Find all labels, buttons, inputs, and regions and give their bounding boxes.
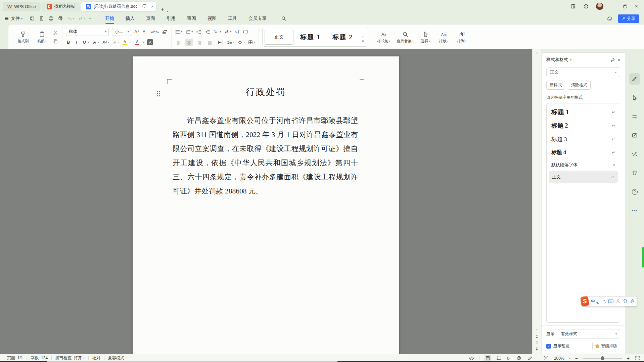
tab-tools[interactable]: 工具 <box>222 13 243 24</box>
display-style-select[interactable]: 有效样式 ▾ <box>558 329 620 338</box>
highlight-chevron-icon[interactable]: ▾ <box>130 41 132 44</box>
typeset-button[interactable]: A 排版▾ <box>435 27 452 47</box>
style-set-button[interactable]: A 样式集▾ <box>374 27 393 47</box>
highlight-color-button[interactable]: A <box>122 40 127 45</box>
skin-shirt-icon[interactable] <box>629 167 640 179</box>
zoom-slider[interactable] <box>583 358 622 359</box>
export-icon[interactable] <box>39 16 44 21</box>
borders-icon[interactable] <box>248 40 253 45</box>
proofread-button[interactable]: 校对 <box>89 355 104 361</box>
ime-skin-icon[interactable] <box>623 299 628 304</box>
pinyin-guide-button[interactable]: wén▾ <box>151 30 159 34</box>
bullet-list-chevron-icon[interactable]: ▾ <box>181 30 182 33</box>
font-name-select[interactable]: 楷体▾ <box>66 28 109 36</box>
cjk-layout-chevron-icon[interactable]: ▾ <box>230 30 231 33</box>
document-body[interactable]: 许昌鑫泰置业有限公司位于河南省许昌市鄢陵县鄢望路西侧 311 国道南侧，2022… <box>173 114 358 198</box>
sort-icon[interactable]: A <box>234 29 240 35</box>
redo-chevron-icon[interactable]: ▾ <box>84 17 85 20</box>
new-style-button[interactable]: 新样式 <box>546 81 565 90</box>
text-effect-button[interactable]: A <box>112 40 117 45</box>
word-count[interactable]: 字数: 134 <box>27 355 51 361</box>
style-item-body-selected[interactable]: 正文↵ <box>549 171 618 183</box>
ime-account-icon[interactable] <box>616 299 620 304</box>
cloud-sync-icon[interactable] <box>606 16 613 21</box>
pin-icon[interactable] <box>610 57 615 62</box>
font-color-button[interactable]: A <box>135 40 140 45</box>
device-sync-icon[interactable] <box>570 4 576 9</box>
tab-wps-home[interactable]: W WPS Office <box>3 2 41 11</box>
cut-icon[interactable] <box>53 30 58 36</box>
line-spacing-chevron-icon[interactable]: ▾ <box>233 41 234 44</box>
document-title[interactable]: 行政处罚 <box>133 86 399 98</box>
gallery-down-icon[interactable]: ▾ <box>362 36 364 39</box>
new-tab-button[interactable]: + <box>161 6 164 13</box>
paragraph-drag-handle-icon[interactable] <box>157 91 160 97</box>
copy-icon[interactable] <box>53 39 58 44</box>
magic-wand-icon[interactable] <box>629 148 640 160</box>
main-menu-icon[interactable] <box>5 17 8 20</box>
file-menu[interactable]: 文件 <box>11 15 20 21</box>
style-item-heading3[interactable]: 标题 3↵ <box>548 132 618 146</box>
scroll-down-icon[interactable]: ▾ <box>536 329 538 331</box>
compat-mode-indicator[interactable]: 兼容模式 <box>104 355 128 361</box>
find-replace-button[interactable]: 查找替换▾ <box>395 27 416 47</box>
format-painter-button[interactable]: 格式刷 <box>14 27 32 47</box>
strikethrough-chevron-icon[interactable]: ▾ <box>98 41 99 44</box>
paste-chevron-icon[interactable]: ▾ <box>45 40 47 43</box>
clear-format-icon[interactable] <box>162 29 168 35</box>
help-icon[interactable]: ? <box>629 186 640 197</box>
minimize-button[interactable]: — <box>611 4 615 9</box>
page-view-icon[interactable] <box>485 355 491 361</box>
shading-chevron-icon[interactable]: ▾ <box>243 41 245 44</box>
select-browse-object-icon[interactable]: □ <box>536 341 538 344</box>
superscript-chevron-icon[interactable]: ▾ <box>108 41 109 44</box>
panel-close-icon[interactable]: × <box>617 57 620 63</box>
arrange-button[interactable]: 排列▾ <box>454 27 470 47</box>
document-canvas[interactable]: 行政处罚 许昌鑫泰置业有限公司位于河南省许昌市鄢陵县鄢望路西侧 311 国道南侧… <box>0 49 532 354</box>
style-item-heading4[interactable]: 标题 4↵ <box>548 146 618 159</box>
monitor-icon[interactable] <box>142 4 147 9</box>
file-menu-chevron-icon[interactable]: ▾ <box>21 17 22 20</box>
3d-features-icon[interactable] <box>583 4 589 9</box>
tab-page[interactable]: 页面 <box>140 13 161 24</box>
play-view-icon[interactable]: ▷ <box>507 355 511 361</box>
clear-format-button[interactable]: 清除格式 <box>568 81 591 90</box>
tab-insert[interactable]: 插入 <box>120 13 140 24</box>
font-color-chevron-icon[interactable]: ▾ <box>143 41 144 44</box>
font-size-select[interactable]: 小二▾ <box>112 28 131 36</box>
align-left-button[interactable] <box>175 39 182 46</box>
show-preview-checkbox[interactable]: ✓ <box>546 344 551 349</box>
ime-punctuation[interactable]: °, <box>603 300 606 303</box>
tab-list-chevron-icon[interactable]: ▾ <box>167 10 168 13</box>
web-view-icon[interactable] <box>516 355 522 361</box>
more-options-icon[interactable]: ••• <box>629 205 640 216</box>
undo-icon[interactable] <box>67 16 72 21</box>
ime-keyboard-icon[interactable] <box>608 299 613 303</box>
numbered-list-icon[interactable]: 123 <box>185 29 191 35</box>
justify-button[interactable] <box>206 39 214 46</box>
outline-view-icon[interactable] <box>496 355 502 361</box>
gallery-up-icon[interactable]: ▴ <box>362 32 364 35</box>
tab-home[interactable]: 开始 <box>99 13 120 24</box>
save-icon[interactable] <box>30 16 35 21</box>
text-direction-icon[interactable]: A <box>213 29 219 35</box>
superscript-button[interactable]: X² <box>102 40 107 45</box>
edit-pen-icon[interactable] <box>629 73 640 85</box>
document-page[interactable]: 行政处罚 许昌鑫泰置业有限公司位于河南省许昌市鄢陵县鄢望路西侧 311 国道南侧… <box>133 56 399 354</box>
cjk-layout-icon[interactable] <box>224 29 229 35</box>
align-right-button[interactable] <box>196 39 203 46</box>
search-icon[interactable] <box>281 16 286 21</box>
close-button[interactable]: × <box>635 3 638 9</box>
redo-icon[interactable] <box>78 16 83 21</box>
tab-member[interactable]: 会员专享 <box>243 13 272 24</box>
eye-protect-icon[interactable] <box>468 355 475 361</box>
tab-reference[interactable]: 引用 <box>161 13 181 24</box>
strip-scroll-thumb[interactable] <box>642 247 644 268</box>
document-scrollbar[interactable]: ▴ ▾ ▲▲ □ ▼▼ <box>532 49 541 354</box>
panel-collapse-icon[interactable]: — <box>629 54 640 66</box>
quickbar-more-chevron-icon[interactable]: ▾ <box>89 17 91 20</box>
line-spacing-icon[interactable] <box>227 40 232 45</box>
numbered-list-chevron-icon[interactable]: ▾ <box>191 30 193 33</box>
bullet-list-icon[interactable] <box>175 29 180 35</box>
zoom-out-button[interactable]: − <box>575 356 578 361</box>
